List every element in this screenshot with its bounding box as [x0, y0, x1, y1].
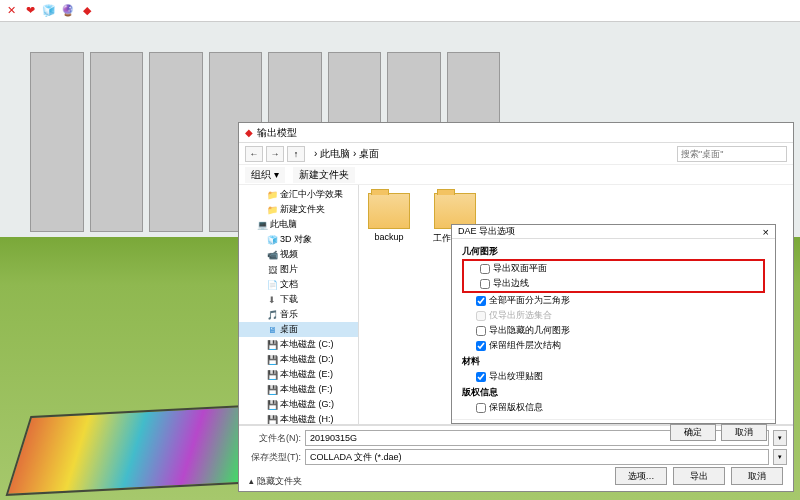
options-body: 几何图形 导出双面平面 导出边线 全部平面分为三角形 仅导出所选集合 导出隐藏的…: [452, 239, 775, 419]
options-cancel-button[interactable]: 取消: [721, 424, 767, 441]
tree-item[interactable]: 💾本地磁盘 (C:): [239, 337, 358, 352]
chk-hierarchy[interactable]: 导出隐藏的几何图形: [462, 323, 765, 338]
tool-icon-2[interactable]: ❤: [23, 4, 37, 18]
options-button[interactable]: 选项…: [615, 467, 667, 485]
tool-icon-3[interactable]: 🧊: [42, 4, 56, 18]
nav-up-button[interactable]: ↑: [287, 146, 305, 162]
chk-two-sided[interactable]: 导出双面平面: [466, 261, 761, 276]
colorful-building: [6, 404, 265, 496]
tool-icon-1[interactable]: ✕: [4, 4, 18, 18]
breadcrumb[interactable]: › 此电脑 › 桌面: [308, 147, 674, 161]
chk-triangulate[interactable]: 全部平面分为三角形: [462, 293, 765, 308]
tree-item[interactable]: 📄文档: [239, 277, 358, 292]
tree-item[interactable]: 💾本地磁盘 (D:): [239, 352, 358, 367]
group-geometry: 几何图形: [462, 245, 765, 258]
options-title: DAE 导出选项: [458, 225, 515, 238]
group-credits: 版权信息: [462, 386, 765, 399]
nav-back-button[interactable]: ←: [245, 146, 263, 162]
cancel-button[interactable]: 取消: [731, 467, 783, 485]
folder-tree[interactable]: 📁金汇中小学效果📁新建文件夹💻此电脑🧊3D 对象📹视频🖼图片📄文档⬇下载🎵音乐🖥…: [239, 185, 359, 424]
options-titlebar: DAE 导出选项 ×: [452, 225, 775, 239]
chk-preserve[interactable]: 保留组件层次结构: [462, 338, 765, 353]
tree-item[interactable]: 💾本地磁盘 (H:): [239, 412, 358, 424]
ok-button[interactable]: 确定: [670, 424, 716, 441]
tree-item[interactable]: 💻此电脑: [239, 217, 358, 232]
organize-button[interactable]: 组织 ▾: [245, 167, 285, 183]
filetype-input[interactable]: [305, 449, 769, 465]
nav-forward-button[interactable]: →: [266, 146, 284, 162]
chk-texture[interactable]: 导出纹理贴图: [462, 369, 765, 384]
tree-item[interactable]: 🧊3D 对象: [239, 232, 358, 247]
tree-item[interactable]: 🎵音乐: [239, 307, 358, 322]
export-dialog-buttons: 选项… 导出 取消: [615, 467, 783, 485]
close-icon[interactable]: ×: [763, 226, 769, 238]
tree-item[interactable]: 🖼图片: [239, 262, 358, 277]
search-input[interactable]: [677, 146, 787, 162]
tree-item[interactable]: 💾本地磁盘 (F:): [239, 382, 358, 397]
tree-item[interactable]: ⬇下载: [239, 292, 358, 307]
command-bar: 组织 ▾ 新建文件夹: [239, 165, 793, 185]
main-toolbar: ✕ ❤ 🧊 🔮 ◆: [0, 0, 800, 22]
tree-item[interactable]: 📁金汇中小学效果: [239, 187, 358, 202]
chk-edges[interactable]: 导出边线: [466, 276, 761, 291]
filename-dropdown[interactable]: ▾: [773, 430, 787, 446]
dae-options-dialog: DAE 导出选项 × 几何图形 导出双面平面 导出边线 全部平面分为三角形 仅导…: [451, 224, 776, 424]
filename-label: 文件名(N):: [245, 432, 301, 445]
export-dialog-titlebar: ◆ 输出模型: [239, 123, 793, 143]
tree-item[interactable]: 📁新建文件夹: [239, 202, 358, 217]
tree-item[interactable]: 🖥桌面: [239, 322, 358, 337]
export-dialog-title: 输出模型: [257, 126, 297, 140]
chk-credits[interactable]: 保留版权信息: [462, 400, 765, 415]
folder-item[interactable]: backup: [365, 193, 413, 242]
new-folder-button[interactable]: 新建文件夹: [293, 167, 355, 183]
folder-icon: [368, 193, 410, 229]
export-button[interactable]: 导出: [673, 467, 725, 485]
tree-item[interactable]: 💾本地磁盘 (G:): [239, 397, 358, 412]
tool-icon-4[interactable]: 🔮: [61, 4, 75, 18]
filetype-dropdown[interactable]: ▾: [773, 449, 787, 465]
group-material: 材料: [462, 355, 765, 368]
sketchup-icon: ◆: [245, 127, 253, 138]
address-bar: ← → ↑ › 此电脑 › 桌面: [239, 143, 793, 165]
tree-item[interactable]: 💾本地磁盘 (E:): [239, 367, 358, 382]
highlighted-options: 导出双面平面 导出边线: [462, 259, 765, 293]
chk-hidden[interactable]: 仅导出所选集合: [462, 308, 765, 323]
options-buttons: 确定 取消: [452, 419, 775, 445]
tree-item[interactable]: 📹视频: [239, 247, 358, 262]
tool-icon-5[interactable]: ◆: [80, 4, 94, 18]
filetype-label: 保存类型(T):: [245, 451, 301, 464]
